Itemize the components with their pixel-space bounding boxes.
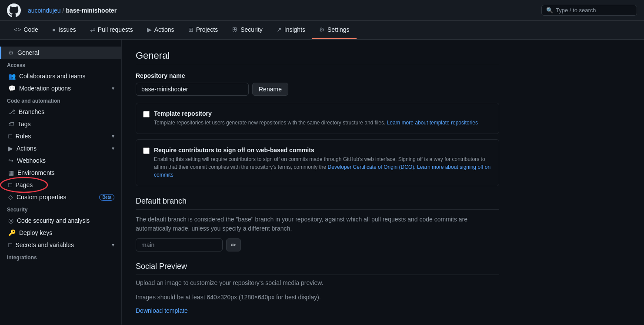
tags-icon: 🏷 [8, 121, 14, 127]
insights-icon: ↗ [277, 26, 282, 33]
repo-name-input-row: Rename [136, 83, 499, 96]
sidebar-item-webhooks[interactable]: ↪ Webhooks [0, 154, 121, 167]
collaborators-icon: 👥 [8, 73, 16, 80]
download-template-link[interactable]: Download template [136, 307, 188, 314]
repo-name-label: Repository name [136, 72, 499, 79]
sign-off-checkbox[interactable] [143, 147, 150, 154]
sidebar-item-rules[interactable]: □ Rules ▾ [0, 130, 121, 142]
default-branch-input[interactable] [136, 238, 223, 251]
tab-pull-requests[interactable]: ⇄ Pull requests [83, 21, 140, 39]
tab-issues[interactable]: ● Issues [45, 21, 83, 39]
tab-settings[interactable]: ⚙ Settings [312, 21, 357, 39]
branches-icon: ⎇ [8, 108, 15, 115]
topbar: aucoindujeu / base-minishooter 🔍 Type / … [0, 0, 644, 21]
security-icon: ⛨ [232, 26, 238, 33]
template-repo-checkbox-row: Template repository Template repositorie… [143, 110, 492, 127]
sidebar-custom-props-label: Custom properties [17, 194, 66, 201]
tab-settings-label: Settings [327, 26, 350, 33]
tab-insights[interactable]: ↗ Insights [270, 21, 312, 39]
sidebar-item-environments[interactable]: ▦ Environments [0, 167, 121, 179]
edit-branch-button[interactable]: ✏ [226, 238, 241, 251]
template-repo-section: Template repository Template repositorie… [136, 103, 499, 134]
sidebar-tags-label: Tags [18, 121, 31, 127]
tab-security-label: Security [240, 26, 263, 33]
secrets-icon: □ [8, 241, 12, 248]
secrets-chevron-icon: ▾ [112, 242, 114, 248]
pages-icon: □ [8, 181, 12, 188]
moderation-icon: 💬 [8, 85, 16, 92]
moderation-chevron-icon: ▾ [112, 85, 114, 91]
tab-pr-label: Pull requests [98, 26, 133, 33]
template-learn-more-link[interactable]: Learn more about template repositories [387, 120, 478, 126]
custom-props-icon: ◇ [8, 194, 13, 201]
sidebar-item-branches[interactable]: ⎇ Branches [0, 106, 121, 118]
sidebar-item-deploy-keys[interactable]: 🔑 Deploy keys [0, 227, 121, 239]
main-layout: ⚙ General Access 👥 Collaborators and tea… [0, 40, 644, 325]
sidebar: ⚙ General Access 👥 Collaborators and tea… [0, 40, 122, 325]
tab-code-label: Code [23, 26, 38, 33]
template-repo-checkbox[interactable] [143, 111, 150, 117]
sidebar-actions-label: Actions [17, 145, 37, 152]
general-icon: ⚙ [8, 49, 14, 56]
sign-off-content: Require contributors to sign off on web-… [154, 147, 492, 179]
sidebar-deploy-keys-label: Deploy keys [19, 229, 52, 236]
dco-link[interactable]: Developer Certificate of Origin (DCO). [328, 164, 416, 170]
sidebar-item-code-security[interactable]: ◎ Code security and analysis [0, 214, 121, 227]
breadcrumb-repo: base-minishooter [66, 7, 117, 14]
sidebar-pages-label: Pages [15, 181, 33, 188]
sidebar-item-collaborators[interactable]: 👥 Collaborators and teams [0, 70, 121, 82]
default-branch-desc: The default branch is considered the "ba… [136, 215, 499, 233]
breadcrumb: aucoindujeu / base-minishooter [28, 7, 117, 14]
template-repo-desc: Template repositories let users generate… [154, 119, 478, 127]
sign-off-label[interactable]: Require contributors to sign off on web-… [154, 147, 314, 154]
code-icon: <> [14, 26, 21, 33]
tab-actions-label: Actions [154, 26, 174, 33]
nav-tabs: <> Code ● Issues ⇄ Pull requests ▶ Actio… [0, 21, 644, 40]
tab-projects[interactable]: ⊞ Projects [181, 21, 225, 39]
repo-name-section: Repository name Rename [136, 72, 499, 96]
pr-icon: ⇄ [90, 26, 95, 33]
tab-projects-label: Projects [196, 26, 218, 33]
default-branch-row: ✏ [136, 238, 499, 251]
sidebar-general-label: General [17, 49, 39, 56]
repo-name-input[interactable] [136, 83, 249, 96]
rules-chevron-icon: ▾ [112, 133, 114, 139]
deploy-keys-icon: 🔑 [8, 229, 16, 236]
sign-off-desc: Enabling this setting will require contr… [154, 155, 492, 179]
tab-security[interactable]: ⛨ Security [225, 21, 270, 39]
sidebar-moderation-label: Moderation options [19, 85, 71, 92]
settings-icon: ⚙ [319, 26, 325, 33]
sidebar-collaborators-label: Collaborators and teams [19, 73, 86, 80]
github-logo-icon [7, 3, 21, 17]
tab-actions[interactable]: ▶ Actions [140, 21, 181, 39]
sidebar-item-secrets[interactable]: □ Secrets and variables ▾ [0, 239, 121, 251]
sidebar-item-general[interactable]: ⚙ General [0, 47, 121, 59]
sidebar-item-tags[interactable]: 🏷 Tags [0, 118, 121, 130]
tab-code[interactable]: <> Code [7, 21, 45, 39]
sign-off-checkbox-row: Require contributors to sign off on web-… [143, 147, 492, 179]
search-placeholder: Type / to search [556, 7, 596, 13]
sidebar-section-integrations: Integrations [0, 251, 121, 262]
social-preview-desc1: Upload an image to customize your reposi… [136, 278, 499, 288]
beta-badge: Beta [99, 194, 114, 201]
code-security-icon: ◎ [8, 217, 13, 224]
sidebar-item-moderation[interactable]: 💬 Moderation options ▾ [0, 82, 121, 94]
search-bar[interactable]: 🔍 Type / to search [541, 5, 637, 16]
actions-nav-icon: ▶ [8, 145, 13, 152]
template-repo-content: Template repository Template repositorie… [154, 110, 478, 127]
sidebar-item-actions[interactable]: ▶ Actions ▾ [0, 142, 121, 154]
template-repo-label[interactable]: Template repository [154, 110, 212, 117]
social-preview-desc2: Images should be at least 640×320px (128… [136, 293, 499, 302]
content-area: General Repository name Rename Template … [122, 40, 513, 325]
sidebar-secrets-label: Secrets and variables [15, 241, 74, 248]
environments-icon: ▦ [8, 169, 14, 176]
page-title: General [136, 50, 499, 65]
sidebar-item-pages[interactable]: ➜ □ Pages [0, 179, 121, 191]
sidebar-item-custom-properties[interactable]: ◇ Custom properties Beta [0, 191, 121, 203]
default-branch-title: Default branch [136, 197, 499, 210]
rename-button[interactable]: Rename [252, 83, 288, 96]
sidebar-branches-label: Branches [19, 108, 44, 115]
webhooks-icon: ↪ [8, 157, 13, 164]
breadcrumb-user[interactable]: aucoindujeu [28, 7, 61, 14]
sidebar-webhooks-label: Webhooks [17, 157, 46, 164]
